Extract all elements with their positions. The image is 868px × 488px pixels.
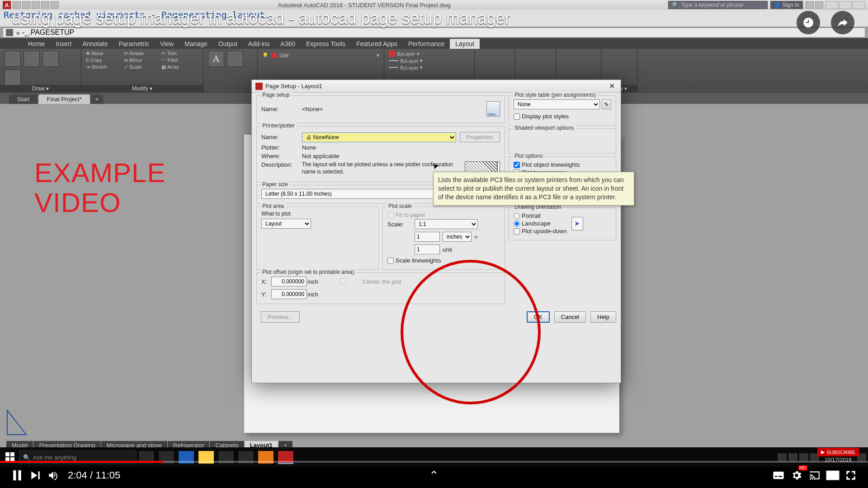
display-plotstyles-checkbox[interactable] — [514, 113, 520, 120]
command-line[interactable]: ▸ -_.PAGESETUP — [3, 28, 865, 38]
plotscale-group-title: Plot scale — [387, 203, 414, 209]
ribbon-tabs: Home Insert Annotate Parametric View Man… — [0, 38, 868, 49]
scale-denominator[interactable] — [415, 244, 440, 254]
qat-new[interactable] — [13, 1, 21, 9]
text-tool[interactable]: A — [208, 51, 224, 67]
offset-x-input[interactable] — [271, 277, 307, 286]
svg-rect-6 — [19, 470, 21, 481]
watch-later-button[interactable] — [797, 11, 820, 34]
captions-button[interactable] — [769, 466, 788, 484]
tab-a360[interactable]: A360 — [275, 39, 301, 49]
dialog-title: Page Setup - Layout1 — [265, 83, 322, 89]
qat-undo[interactable] — [41, 1, 49, 9]
scale-lineweights-checkbox[interactable] — [387, 258, 394, 264]
tab-express[interactable]: Express Tools — [301, 39, 351, 49]
x-label: X: — [261, 278, 271, 285]
file-tab-start[interactable]: Start — [9, 94, 38, 104]
panel-label[interactable]: Draw ▾ — [0, 85, 81, 92]
y-label: Y: — [261, 291, 271, 298]
acad-logo[interactable]: A — [3, 1, 11, 9]
svg-marker-0 — [7, 410, 26, 435]
volume-button[interactable] — [44, 466, 62, 484]
subscribe-badge[interactable]: ▶ SUBSCRIBE — [817, 448, 859, 456]
video-title[interactable]: using page setup manager in autocad - au… — [12, 9, 510, 28]
circle-tool[interactable] — [42, 51, 59, 67]
tab-manage[interactable]: Manage — [179, 39, 213, 49]
qat-save[interactable] — [32, 1, 40, 9]
svg-rect-2 — [10, 452, 14, 456]
next-button[interactable] — [26, 466, 44, 484]
file-tab-project[interactable]: Final Project* — [38, 94, 90, 104]
tab-view[interactable]: View — [155, 39, 179, 49]
plot-lineweights-checkbox[interactable] — [514, 162, 520, 168]
help-icon[interactable] — [815, 1, 823, 9]
shaded-group-title: Shaded viewport options — [513, 125, 576, 131]
offset-y-input[interactable] — [271, 289, 307, 299]
what-to-plot-select[interactable]: Layout — [261, 219, 311, 229]
properties-button[interactable]: Properties — [460, 132, 500, 142]
dialog-close-button[interactable]: ✕ — [606, 82, 617, 91]
plotarea-group-title: Plot area — [260, 203, 286, 209]
plotstyle-select[interactable]: None — [514, 99, 600, 109]
cancel-button[interactable]: Cancel — [554, 311, 586, 323]
arc-tool[interactable] — [5, 70, 21, 86]
tab-featured[interactable]: Featured Apps — [351, 39, 403, 49]
tray-icon[interactable] — [778, 453, 787, 461]
scale-label: Scale: — [387, 221, 415, 228]
tab-annotate[interactable]: Annotate — [77, 39, 113, 49]
plotstyle-edit-button[interactable]: ✎ — [602, 99, 611, 109]
color-bylayer[interactable]: ByLayer — [397, 51, 415, 56]
sign-in[interactable]: 👤 Sign In — [770, 1, 803, 9]
tray-icon[interactable] — [788, 453, 797, 461]
printer-select[interactable]: 🖨 NoneNone — [302, 132, 456, 142]
tab-home[interactable]: Home — [23, 39, 50, 49]
ucs-icon — [6, 408, 29, 436]
scale-select[interactable]: 1:1 — [415, 219, 478, 229]
autocad-icon — [255, 83, 263, 90]
command-icon — [6, 29, 13, 36]
where-value: Not applicable — [302, 153, 500, 160]
qat-open[interactable] — [22, 1, 30, 9]
page-setup-dialog: Page Setup - Layout1 ✕ Page setup Name: … — [251, 80, 621, 383]
share-button[interactable] — [831, 11, 854, 34]
time-display: 2:04 / 11:05 — [68, 469, 120, 481]
tab-output[interactable]: Output — [213, 39, 243, 49]
tab-parametric[interactable]: Parametric — [113, 39, 155, 49]
help-search[interactable]: 🔍Type a keyword or phrase — [668, 1, 768, 9]
tab-performance[interactable]: Performance — [403, 39, 450, 49]
pagesetup-group-title: Page setup — [260, 92, 292, 98]
tab-layout[interactable]: Layout — [450, 39, 480, 49]
svg-rect-10 — [827, 471, 839, 479]
line-tool[interactable] — [5, 51, 21, 67]
scale-numerator[interactable] — [415, 232, 440, 242]
landscape-radio[interactable] — [514, 221, 520, 227]
theater-button[interactable] — [824, 466, 842, 484]
cast-button[interactable] — [806, 466, 824, 484]
upside-down-checkbox[interactable] — [514, 228, 520, 235]
center-plot-checkbox — [326, 278, 361, 285]
layer-name[interactable]: DIM — [279, 53, 288, 58]
scale-units-select[interactable]: inches — [443, 232, 472, 242]
acad-titlebar: A Autodesk AutoCAD 2016 - STUDENT VERSIO… — [0, 0, 868, 10]
settings-button[interactable]: HD — [788, 466, 806, 484]
polyline-tool[interactable] — [24, 51, 40, 67]
preview-button[interactable]: Preview... — [261, 311, 300, 323]
dim-tool[interactable] — [227, 51, 243, 67]
ok-button[interactable]: OK — [527, 311, 550, 323]
exchange-icon[interactable] — [806, 1, 814, 9]
fullscreen-button[interactable] — [842, 466, 860, 484]
tab-insert[interactable]: Insert — [50, 39, 77, 49]
pause-button[interactable] — [8, 466, 26, 484]
help-button[interactable]: Help — [590, 311, 616, 323]
tray-icon[interactable] — [799, 453, 808, 461]
maximize-button[interactable] — [839, 1, 852, 9]
portrait-radio[interactable] — [514, 213, 520, 219]
close-button[interactable] — [853, 1, 865, 9]
minimize-button[interactable] — [826, 1, 838, 9]
panel-label[interactable]: Modify ▾ — [81, 85, 203, 92]
orientation-icon: ➤ — [571, 217, 583, 230]
file-tab-add[interactable]: + — [91, 94, 104, 104]
svg-rect-1 — [5, 452, 9, 456]
qat-redo[interactable] — [51, 1, 59, 9]
tab-addins[interactable]: Add-ins — [243, 39, 275, 49]
